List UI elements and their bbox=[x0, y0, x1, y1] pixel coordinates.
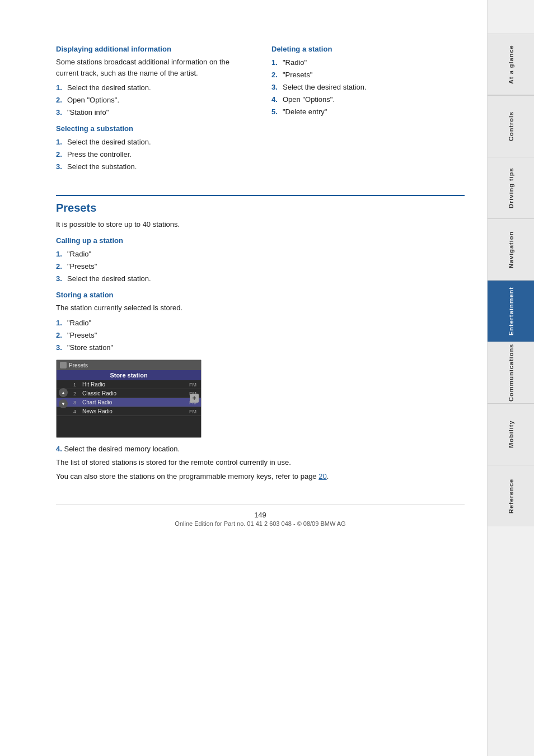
list-item: 3. "Station info" bbox=[56, 106, 249, 119]
substation-heading: Selecting a substation bbox=[56, 124, 249, 133]
row-name: Classic Radio bbox=[82, 390, 189, 396]
calling-heading: Calling up a station bbox=[56, 236, 465, 245]
screen-row-4: 4 News Radio FM bbox=[57, 407, 201, 416]
main-content: Displaying additional information Some s… bbox=[0, 0, 487, 756]
list-item: 1. "Radio" bbox=[56, 317, 465, 329]
footer: 149 Online Edition for Part no. 01 41 2 … bbox=[56, 505, 465, 527]
list-item: 1. Select the desired station. bbox=[56, 82, 249, 94]
list-item: 3. "Store station" bbox=[56, 342, 465, 354]
list-item: 5. "Delete entry" bbox=[271, 106, 465, 118]
display-info-body: Some stations broadcast additional infor… bbox=[56, 57, 249, 78]
list-item: 2. "Presets" bbox=[271, 69, 465, 81]
display-info-heading: Displaying additional information bbox=[56, 45, 249, 53]
substation-section: Selecting a substation 1. Select the des… bbox=[56, 124, 249, 173]
screen-menu: Store station bbox=[57, 370, 201, 380]
step4: 4. Select the desired memory location. bbox=[56, 444, 465, 455]
sidebar-tab-at-a-glance[interactable]: At a glance bbox=[488, 34, 535, 95]
list-item: 3. Select the desired station. bbox=[271, 81, 465, 94]
list-item: 2. Press the controller. bbox=[56, 148, 249, 161]
sidebar-tab-communications[interactable]: Communications bbox=[488, 342, 535, 403]
presets-intro: It is possible to store up to 40 station… bbox=[56, 219, 465, 230]
row-name: Chart Radio bbox=[82, 399, 189, 405]
list-item: 2. Open "Options". bbox=[56, 94, 249, 106]
screen-row-2: 2 Classic Radio FM bbox=[57, 389, 201, 398]
row-num: 4 bbox=[73, 409, 82, 414]
note2-link[interactable]: 20 bbox=[318, 472, 326, 480]
delete-steps: 1. "Radio" 2. "Presets" 3. Select the de… bbox=[271, 57, 465, 118]
list-item: 1. Select the desired station. bbox=[56, 136, 249, 148]
page-number: 149 bbox=[56, 511, 465, 519]
row-num: 2 bbox=[73, 391, 82, 396]
step4-text: Select the desired memory location. bbox=[64, 445, 180, 453]
screen-nav: ▲ ▼ bbox=[59, 388, 68, 408]
sidebar-tab-entertainment[interactable]: Entertainment bbox=[488, 280, 535, 342]
sidebar-tab-controls[interactable]: Controls bbox=[488, 95, 535, 157]
two-col-section: Displaying additional information Some s… bbox=[56, 45, 465, 178]
copyright-text: Online Edition for Part no. 01 41 2 603 … bbox=[175, 520, 345, 527]
note2-prefix: You can also store the stations on the p… bbox=[56, 472, 318, 480]
list-item: 3. Select the desired station. bbox=[56, 273, 465, 285]
sidebar-tab-mobility[interactable]: Mobility bbox=[488, 403, 535, 465]
note1: The list of stored stations is stored fo… bbox=[56, 457, 465, 468]
row-num: 3 bbox=[73, 400, 82, 405]
calling-steps: 1. "Radio" 2. "Presets" 3. Select the de… bbox=[56, 248, 465, 285]
screen-mockup: Presets Store station ▲ ▼ + 1 Hit Radio … bbox=[56, 360, 202, 438]
display-info-steps: 1. Select the desired station. 2. Open "… bbox=[56, 82, 249, 119]
note2: You can also store the stations on the p… bbox=[56, 471, 465, 482]
list-item: 2. "Presets" bbox=[56, 260, 465, 273]
presets-heading: Presets bbox=[56, 195, 465, 214]
left-column: Displaying additional information Some s… bbox=[56, 45, 249, 178]
substation-steps: 1. Select the desired station. 2. Press … bbox=[56, 136, 249, 173]
storing-heading: Storing a station bbox=[56, 291, 465, 299]
nav-down-icon: ▼ bbox=[59, 399, 68, 408]
sidebar-tab-reference[interactable]: Reference bbox=[488, 465, 535, 526]
display-info-section: Displaying additional information Some s… bbox=[56, 45, 249, 119]
row-type: FM bbox=[189, 382, 196, 388]
list-item: 2. "Presets" bbox=[56, 329, 465, 342]
row-num: 1 bbox=[73, 382, 82, 388]
screen-row-1: 1 Hit Radio FM bbox=[57, 380, 201, 389]
presets-section: Presets It is possible to store up to 40… bbox=[56, 195, 465, 482]
list-item: 3. Select the substation. bbox=[56, 161, 249, 173]
sidebar: At a glance Controls Driving tips Naviga… bbox=[487, 0, 534, 756]
sidebar-tab-navigation[interactable]: Navigation bbox=[488, 218, 535, 280]
sidebar-tab-driving-tips[interactable]: Driving tips bbox=[488, 157, 535, 218]
storing-steps: 1. "Radio" 2. "Presets" 3. "Store statio… bbox=[56, 317, 465, 354]
screen-row-3: 3 Chart Radio FM bbox=[57, 398, 201, 407]
storing-intro: The station currently selected is stored… bbox=[56, 302, 465, 314]
row-name: Hit Radio bbox=[82, 381, 189, 388]
row-type: FM bbox=[189, 409, 196, 414]
delete-section: Deleting a station 1. "Radio" 2. "Preset… bbox=[271, 45, 465, 118]
row-name: News Radio bbox=[82, 408, 189, 414]
list-item: 1. "Radio" bbox=[56, 248, 465, 260]
screen-title: Presets bbox=[69, 362, 88, 368]
screen-titlebar-icon bbox=[60, 362, 67, 368]
list-item: 4. Open "Options". bbox=[271, 94, 465, 106]
screen-titlebar: Presets bbox=[57, 360, 201, 370]
right-column: Deleting a station 1. "Radio" 2. "Preset… bbox=[271, 45, 465, 178]
list-item: 1. "Radio" bbox=[271, 57, 465, 69]
nav-up-icon: ▲ bbox=[59, 388, 68, 397]
note2-suffix: . bbox=[327, 472, 329, 480]
calling-section: Calling up a station 1. "Radio" 2. "Pres… bbox=[56, 236, 465, 285]
delete-heading: Deleting a station bbox=[271, 45, 465, 53]
storing-section: Storing a station The station currently … bbox=[56, 291, 465, 354]
step4-num: 4. bbox=[56, 445, 62, 453]
screen-plus-icon: + bbox=[190, 394, 199, 403]
